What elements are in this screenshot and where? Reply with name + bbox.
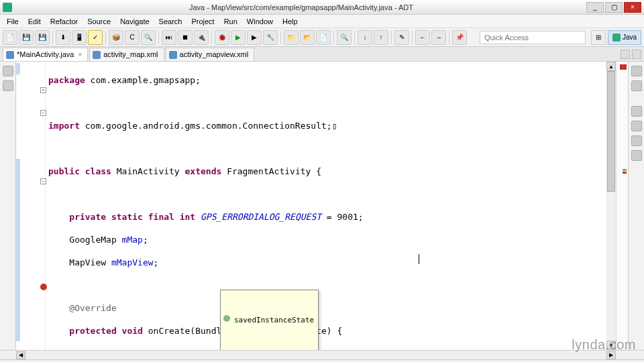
next-annotation-icon[interactable]: ↓: [358, 30, 372, 45]
save-all-icon[interactable]: 💾: [35, 30, 50, 45]
menu-source[interactable]: Source: [83, 16, 115, 27]
scroll-up-icon[interactable]: ▲: [606, 62, 616, 71]
watermark: lynda.com: [572, 337, 636, 353]
avd-icon[interactable]: 📱: [72, 30, 87, 45]
text-cursor: [419, 254, 419, 264]
titlebar: Java - MapView/src/com/example/gmapsapp/…: [0, 0, 644, 15]
run-icon[interactable]: ▶: [231, 30, 246, 45]
debug-icon[interactable]: 🐞: [215, 30, 229, 45]
toolbar: 📄 💾 💾 ⬇ 📱 ✓ 📦 C 🔍 ⏭ ⏹ 🔌 🐞 ▶ ▶ 🔧 📁 📂 📄 🔍 …: [0, 28, 644, 47]
open-type-icon[interactable]: 🔍: [141, 30, 156, 45]
menu-window[interactable]: Window: [243, 16, 277, 27]
javadoc-icon[interactable]: [631, 135, 642, 146]
new-class-icon[interactable]: C: [125, 30, 140, 45]
console-icon[interactable]: [631, 121, 642, 131]
pin-icon[interactable]: 📌: [452, 30, 467, 45]
left-toolbar: [0, 62, 16, 350]
scroll-left-icon[interactable]: ◀: [16, 351, 25, 359]
right-toolbar: [628, 62, 644, 350]
java-perspective-button[interactable]: Java: [608, 30, 641, 45]
tab-mainactivity[interactable]: *MainActivity.java×: [3, 48, 88, 61]
outline-icon[interactable]: [631, 80, 642, 91]
code-area[interactable]: package com.example.gmapsapp; import com…: [46, 62, 616, 350]
menu-help[interactable]: Help: [278, 16, 302, 27]
vertical-scrollbar[interactable]: ▲ ▼: [606, 62, 616, 350]
prev-annotation-icon[interactable]: ↑: [374, 30, 388, 45]
menu-search[interactable]: Search: [155, 16, 186, 27]
new-folder-icon[interactable]: 📂: [300, 30, 315, 45]
menu-refactor[interactable]: Refactor: [46, 16, 83, 27]
new-package-icon[interactable]: 📦: [109, 30, 123, 45]
last-edit-icon[interactable]: ✎: [394, 30, 409, 45]
ac-item-savedinstancestate[interactable]: savedInstanceState: [221, 313, 318, 327]
quick-access-input[interactable]: [480, 31, 586, 44]
search-icon[interactable]: 🔍: [337, 30, 352, 45]
open-perspective-button[interactable]: ⊞: [591, 30, 606, 45]
skip-icon[interactable]: ⏭: [162, 30, 176, 45]
new-file-icon[interactable]: 📄: [316, 30, 331, 45]
menu-navigate[interactable]: Navigate: [116, 16, 153, 27]
new-project-icon[interactable]: 📁: [284, 30, 299, 45]
maximize-button[interactable]: ▢: [605, 2, 623, 13]
statusbar: Writable Smart Insert 29 : 49 190M of 36…: [0, 359, 644, 362]
save-icon[interactable]: 💾: [19, 30, 34, 45]
menu-run[interactable]: Run: [220, 16, 241, 27]
disconnect-icon[interactable]: 🔌: [194, 30, 209, 45]
close-tab-icon[interactable]: ×: [78, 51, 82, 58]
tab-activity-map[interactable]: activity_map.xml: [89, 48, 164, 61]
app-icon: [3, 3, 12, 12]
window-title: Java - MapView/src/com/example/gmapsapp/…: [16, 3, 586, 11]
menu-file[interactable]: File: [3, 16, 23, 27]
new-icon[interactable]: 📄: [3, 30, 17, 45]
hierarchy-icon[interactable]: [3, 80, 13, 91]
overview-ruler[interactable]: [616, 62, 628, 350]
terminate-icon[interactable]: ⏹: [178, 30, 193, 45]
back-icon[interactable]: ←: [415, 30, 430, 45]
external-tools-icon[interactable]: 🔧: [263, 30, 278, 45]
close-button[interactable]: ×: [624, 2, 641, 13]
menubar: File Edit Refactor Source Navigate Searc…: [0, 15, 644, 28]
declaration-icon[interactable]: [631, 150, 642, 161]
package-explorer-icon[interactable]: [3, 66, 13, 76]
problems-icon[interactable]: [631, 106, 642, 117]
lint-icon[interactable]: ✓: [88, 30, 103, 45]
ruler[interactable]: + − −: [16, 62, 46, 350]
tab-activity-mapview[interactable]: activity_mapview.xml: [166, 48, 255, 61]
forward-icon[interactable]: →: [431, 30, 446, 45]
sdk-icon[interactable]: ⬇: [56, 30, 70, 45]
editor-tabbar: *MainActivity.java× activity_map.xml act…: [0, 47, 644, 62]
editor[interactable]: + − − package com.example.gmapsapp; impo…: [16, 62, 628, 350]
menu-project[interactable]: Project: [187, 16, 218, 27]
autocomplete-popup[interactable]: savedInstanceState null: [220, 290, 319, 350]
menu-edit[interactable]: Edit: [24, 16, 45, 27]
minimize-button[interactable]: _: [586, 2, 604, 13]
minimize-view-icon[interactable]: [621, 50, 630, 59]
horizontal-scrollbar[interactable]: ◀ ▶: [0, 350, 644, 359]
run-last-icon[interactable]: ▶: [247, 30, 262, 45]
task-list-icon[interactable]: [631, 66, 642, 76]
maximize-view-icon[interactable]: [632, 50, 641, 59]
